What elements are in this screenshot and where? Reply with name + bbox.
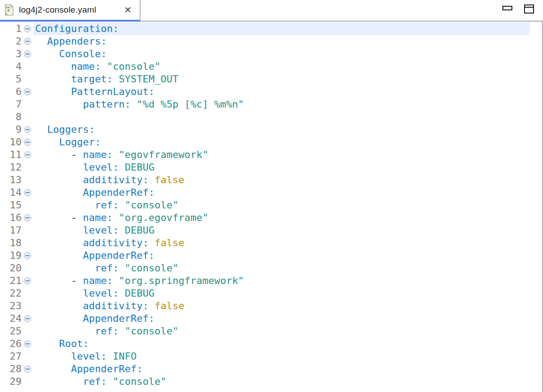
token-k: level: (83, 288, 119, 299)
code-line: 16 - name: "org.egovframe" (0, 212, 529, 224)
code-line-text[interactable]: Logger: (33, 136, 529, 149)
fold-toggle-icon[interactable] (24, 139, 31, 146)
token-v: INFO (113, 351, 137, 362)
fold-toggle-icon[interactable] (24, 315, 31, 322)
code-lines-area[interactable]: 1Configuration:2 Appenders:3 Console:4 n… (0, 22, 529, 392)
code-line: 22 level: DEBUG (0, 287, 529, 300)
token-k: Root: (59, 338, 89, 349)
line-number: 22 (0, 287, 22, 300)
code-line-text[interactable]: ref: "console" (33, 325, 529, 338)
code-line-text[interactable]: ref: "console" (33, 199, 529, 212)
tab-log4j2-console-yaml[interactable]: YA: -M L log4j2-console.yaml ✕ (0, 0, 141, 22)
code-line-text[interactable]: target: SYSTEM_OUT (33, 73, 529, 86)
fold-toggle-icon[interactable] (24, 340, 31, 347)
token-p (101, 61, 107, 72)
code-line-text[interactable]: AppenderRef: (33, 312, 529, 325)
line-number: 14 (0, 186, 22, 199)
code-line-text[interactable]: AppenderRef: (33, 363, 529, 375)
line-number: 21 (0, 275, 22, 287)
fold-toggle-icon[interactable] (24, 365, 31, 373)
code-line: 14 AppenderRef: (0, 186, 529, 199)
code-line: 25 ref: "console" (0, 325, 529, 338)
tab-title: log4j2-console.yaml (19, 5, 96, 15)
maximize-icon[interactable] (524, 5, 534, 14)
token-s: "egovframework" (119, 149, 208, 160)
line-number: 3 (0, 48, 22, 60)
code-line: 20 ref: "console" (0, 262, 529, 275)
code-line-text[interactable]: ref: "console" (33, 262, 529, 275)
code-line-text[interactable]: additivity: false (33, 174, 529, 186)
code-line-text[interactable]: pattern: "%d %5p [%c] %m%n" (33, 98, 529, 111)
code-line-text[interactable]: Configuration: (33, 23, 529, 35)
token-p (113, 149, 119, 160)
fold-column (22, 60, 33, 73)
token-p (113, 212, 119, 223)
line-number: 9 (0, 123, 22, 136)
fold-column (22, 48, 33, 60)
code-line-text[interactable]: - name: "org.springframework" (33, 275, 529, 287)
fold-toggle-icon[interactable] (24, 277, 31, 284)
code-line-text[interactable]: ref: "console" (33, 375, 529, 388)
token-k: Configuration: (35, 23, 119, 34)
fold-column (22, 186, 33, 199)
token-p (113, 73, 119, 85)
token-s: "console" (125, 262, 178, 274)
line-number: 27 (0, 350, 22, 363)
token-k: ref: (95, 325, 119, 337)
fold-column (22, 325, 33, 338)
fold-column (22, 224, 33, 237)
code-line-text[interactable]: AppenderRef: (33, 186, 529, 199)
fold-toggle-icon[interactable] (24, 189, 31, 196)
fold-column (22, 350, 33, 363)
token-k: AppenderRef: (83, 313, 155, 324)
token-k: ref: (95, 262, 119, 274)
code-line-text[interactable]: - name: "egovframework" (33, 149, 529, 161)
token-k: AppenderRef: (83, 187, 155, 198)
token-d: - (71, 275, 83, 286)
token-k: level: (83, 162, 119, 173)
code-line: 9 Loggers: (0, 123, 529, 136)
token-s: "console" (107, 61, 160, 72)
fold-toggle-icon[interactable] (24, 25, 31, 32)
code-line-text[interactable]: level: INFO (33, 350, 529, 363)
code-line-text[interactable]: additivity: false (33, 300, 529, 312)
minimize-icon[interactable] (502, 6, 512, 10)
code-line: 4 name: "console" (0, 60, 529, 73)
code-editor[interactable]: 1Configuration:2 Appenders:3 Console:4 n… (0, 22, 543, 392)
code-line-text[interactable]: additivity: false (33, 237, 529, 249)
fold-toggle-icon[interactable] (24, 214, 31, 221)
code-line-text[interactable]: level: DEBUG (33, 161, 529, 174)
fold-toggle-icon[interactable] (24, 126, 31, 133)
line-number: 13 (0, 174, 22, 186)
fold-toggle-icon[interactable] (24, 38, 31, 45)
code-line-text[interactable]: AppenderRef: (33, 249, 529, 262)
code-line-text[interactable] (33, 111, 529, 123)
close-icon[interactable]: ✕ (124, 5, 132, 14)
token-b: false (155, 300, 184, 311)
code-line-text[interactable]: - name: "org.egovframe" (33, 212, 529, 224)
code-line-text[interactable]: level: DEBUG (33, 287, 529, 300)
code-line-text[interactable]: level: DEBUG (33, 224, 529, 237)
yaml-icon-text-3: L (6, 12, 8, 16)
editor-window: YA: -M L log4j2-console.yaml ✕ 1Configur… (0, 0, 543, 392)
fold-toggle-icon[interactable] (24, 50, 31, 58)
token-k: target: (71, 73, 113, 85)
code-line-text[interactable]: PatternLayout: (33, 86, 529, 98)
line-number: 16 (0, 212, 22, 224)
fold-toggle-icon[interactable] (24, 151, 31, 158)
code-line: 11 - name: "egovframework" (0, 149, 529, 161)
code-line-text[interactable]: Console: (33, 48, 529, 60)
code-line-text[interactable]: name: "console" (33, 60, 529, 73)
line-number: 1 (0, 23, 22, 35)
fold-column (22, 149, 33, 161)
token-k: AppenderRef: (83, 250, 155, 261)
code-line-text[interactable]: Root: (33, 338, 529, 350)
code-line-text[interactable]: Loggers: (33, 123, 529, 136)
fold-toggle-icon[interactable] (24, 252, 31, 259)
fold-column (22, 212, 33, 224)
fold-toggle-icon[interactable] (24, 88, 31, 95)
fold-column (22, 338, 33, 350)
code-line: 7 pattern: "%d %5p [%c] %m%n" (0, 98, 529, 111)
code-line-text[interactable]: Appenders: (33, 35, 529, 48)
token-p (149, 174, 155, 185)
